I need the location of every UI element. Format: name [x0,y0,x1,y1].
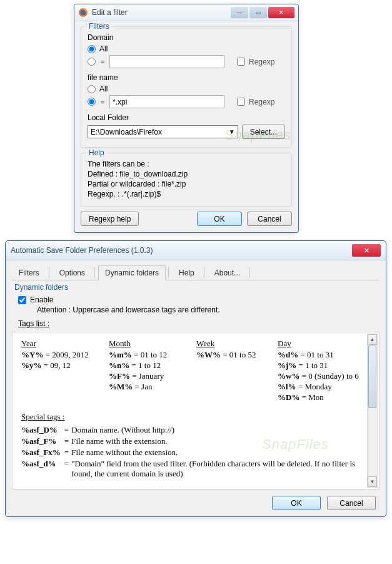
titlebar: Automatic Save Folder Preferences (1.0.3… [6,241,386,260]
tag-line: %m% = 01 to 12 [109,350,184,360]
column-header: Month [109,339,184,349]
cancel-button[interactable]: Cancel [327,496,376,510]
chevron-down-icon: ▼ [229,128,235,135]
section-header: Dynamic folders [14,283,379,292]
tags-list-label: Tags list : [18,319,379,328]
tag-line: %j% = 1 to 31 [278,361,359,371]
month-column: Month %m% = 01 to 12%n% = 1 to 12%F% = J… [109,339,184,403]
year-column: Year %Y% = 2009, 2012%y% = 09, 12 [21,339,96,403]
filters-group: Filters Domain All = Regexp file name Al… [81,26,292,148]
tag-line: %F% = January [109,371,184,381]
filename-regexp-label: Regexp [249,98,274,106]
close-button[interactable]: ✕ [268,7,294,18]
window-title: Automatic Save Folder Preferences (1.0.3… [11,246,352,255]
tag-line: %l% = Monday [278,382,359,392]
edit-filter-dialog: SnapFiles Edit a filter — ▭ ✕ Filters Do… [74,4,299,233]
regexp-help-button[interactable]: Regexp help [81,212,139,226]
group-label: Filters [86,22,112,31]
enable-label: Enable [30,295,53,304]
special-tag-row: %asf_d%="Domain" field from the used fil… [21,458,363,479]
filename-all-label: All [99,85,108,93]
special-tags-header: Special tags : [21,412,363,422]
select-folder-button[interactable]: Select... [242,125,285,139]
tab-bar: Filters Options Dynamic folders Help Abo… [12,265,379,280]
domain-regexp-label: Regexp [249,58,274,66]
column-header: Year [21,339,96,349]
column-header: Week [196,339,265,349]
filename-input[interactable] [109,95,224,108]
firefox-icon [78,8,88,18]
minimize-button[interactable]: — [231,7,248,18]
equals-label: = [99,98,106,106]
folder-select[interactable]: E:\Downloads\Firefox ▼ [88,125,238,138]
tab-dynamic-folders[interactable]: Dynamic folders [98,265,166,280]
tab-about[interactable]: About... [208,265,247,280]
special-tags-table: %asf_D%=Domain name. (Without http://)%a… [21,424,363,479]
special-tag-row: %asf_Fx%=File name without the extension… [21,447,363,458]
domain-regexp-checkbox[interactable] [237,58,245,66]
domain-input[interactable] [109,55,224,68]
special-tag-row: %asf_D%=Domain name. (Without http://) [21,424,363,436]
tag-line: %y% = 09, 12 [21,361,96,371]
day-column: Day %d% = 01 to 31%j% = 1 to 31%w% = 0 (… [278,339,359,403]
tag-line: %n% = 1 to 12 [109,361,184,371]
help-text: Regexp. : .*(.rar|.zip)$ [88,190,285,198]
filename-label: file name [88,73,285,82]
enable-checkbox[interactable] [18,296,26,304]
maximize-button[interactable]: ▭ [249,7,267,18]
preferences-dialog: Automatic Save Folder Preferences (1.0.3… [5,240,386,517]
window-title: Edit a filter [92,8,231,17]
scroll-track[interactable] [368,346,377,476]
scrollbar[interactable]: ▲ ▼ [367,334,378,488]
cancel-button[interactable]: Cancel [247,212,292,226]
dialog-body: Filters Domain All = Regexp file name Al… [74,21,298,232]
scroll-thumb[interactable] [368,346,376,408]
ok-button[interactable]: OK [197,212,242,226]
tab-help[interactable]: Help [172,265,201,280]
help-text: Defined : file_to_download.zip [88,170,285,178]
folder-value: E:\Downloads\Firefox [91,128,162,136]
domain-all-radio[interactable] [88,45,96,53]
ok-button[interactable]: OK [272,496,321,510]
tag-line: %D% = Mon [278,392,359,402]
tag-line: %Y% = 2009, 2012 [21,350,96,360]
scroll-down-button[interactable]: ▼ [368,476,377,487]
tag-line: %M% = Jan [109,382,184,392]
filename-all-radio[interactable] [88,85,96,93]
tab-options[interactable]: Options [53,265,92,280]
tag-line: %d% = 01 to 31 [278,350,359,360]
domain-eq-radio[interactable] [88,58,96,66]
help-text: The filters can be : [88,160,285,168]
scroll-up-button[interactable]: ▲ [368,334,377,345]
tags-content: SnapFiles Year %Y% = 2009, 2012%y% = 09,… [12,332,379,490]
tag-line: %W% = 01 to 52 [196,350,265,360]
folder-label: Local Folder [88,113,285,122]
help-group: Help The filters can be : Defined : file… [81,153,292,207]
group-label: Help [86,148,107,157]
filename-regexp-checkbox[interactable] [237,98,245,106]
window-controls: — ▭ ✕ [231,7,294,18]
tag-line: %w% = 0 (Sunday) to 6 [278,371,359,381]
domain-label: Domain [88,33,285,42]
column-header: Day [278,339,359,349]
dialog-body: Filters Options Dynamic folders Help Abo… [6,260,386,516]
tab-filters[interactable]: Filters [12,265,46,280]
close-button[interactable]: ✕ [352,244,381,257]
attention-text: Attention : Uppercase and lowercase tags… [37,305,379,314]
equals-label: = [99,58,106,66]
week-column: Week %W% = 01 to 52 [196,339,265,403]
filename-eq-radio[interactable] [88,98,96,106]
titlebar: Edit a filter — ▭ ✕ [74,4,298,21]
special-tag-row: %asf_F%=File name with the extension. [21,436,363,447]
domain-all-label: All [99,44,108,53]
help-text: Partial or wildcarded : file*.zip [88,180,285,188]
